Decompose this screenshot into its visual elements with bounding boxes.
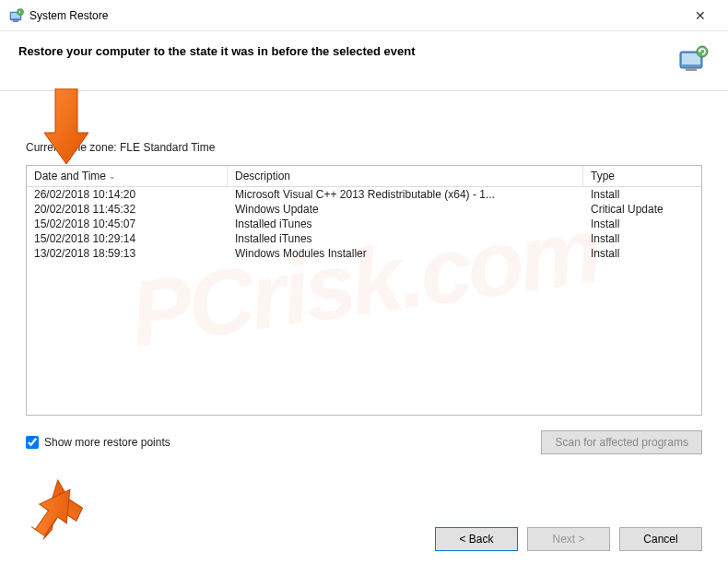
cell-date: 20/02/2018 11:45:32: [27, 202, 228, 217]
restore-header-icon: [676, 44, 710, 74]
system-restore-icon: [9, 8, 24, 23]
show-more-checkbox[interactable]: Show more restore points: [26, 436, 170, 449]
cell-desc: Installed iTunes: [228, 231, 583, 246]
arrow-annotation-bottom: [28, 459, 101, 542]
cell-type: Install: [583, 246, 699, 261]
column-header-type[interactable]: Type: [583, 166, 699, 186]
window-title: System Restore: [29, 9, 682, 22]
back-button[interactable]: < Back: [435, 527, 518, 551]
cell-date: 15/02/2018 10:29:14: [27, 231, 228, 246]
cell-desc: Microsoft Visual C++ 2013 Redistributabl…: [228, 187, 583, 202]
column-date-label: Date and Time: [34, 170, 106, 182]
titlebar: System Restore ✕: [0, 0, 728, 31]
column-header-date[interactable]: Date and Time ⌄: [27, 166, 228, 186]
column-header-description[interactable]: Description: [228, 166, 583, 186]
table-row[interactable]: 15/02/2018 10:29:14Installed iTunesInsta…: [27, 231, 701, 246]
table-body: 26/02/2018 10:14:20Microsoft Visual C++ …: [27, 187, 701, 261]
cell-desc: Windows Update: [228, 202, 583, 217]
show-more-label: Show more restore points: [44, 436, 170, 449]
table-row[interactable]: 15/02/2018 10:45:07Installed iTunesInsta…: [27, 217, 701, 231]
header: Restore your computer to the state it wa…: [0, 31, 728, 83]
cancel-button[interactable]: Cancel: [619, 527, 702, 551]
cell-date: 13/02/2018 18:59:13: [27, 246, 228, 261]
svg-rect-6: [686, 68, 697, 71]
cell-desc: Installed iTunes: [228, 217, 583, 231]
cell-type: Install: [583, 187, 699, 202]
timezone-label: Current time zone: FLE Standard Time: [26, 141, 702, 154]
cell-date: 26/02/2018 10:14:20: [27, 187, 228, 202]
table-row[interactable]: 26/02/2018 10:14:20Microsoft Visual C++ …: [27, 187, 701, 202]
column-type-label: Type: [591, 170, 615, 182]
cell-type: Install: [583, 217, 699, 231]
sort-desc-icon: ⌄: [109, 171, 116, 181]
restore-points-table: Date and Time ⌄ Description Type 26/02/2…: [26, 165, 702, 416]
header-instruction: Restore your computer to the state it wa…: [18, 44, 416, 58]
column-desc-label: Description: [235, 170, 290, 182]
table-row[interactable]: 20/02/2018 11:45:32Windows UpdateCritica…: [27, 202, 701, 217]
show-more-checkbox-input[interactable]: [26, 436, 39, 449]
close-button[interactable]: ✕: [682, 6, 719, 25]
cell-type: Install: [583, 231, 699, 246]
cell-desc: Windows Modules Installer: [228, 246, 583, 261]
next-button[interactable]: Next >: [527, 527, 610, 551]
cell-date: 15/02/2018 10:45:07: [27, 217, 228, 231]
svg-point-7: [697, 46, 708, 57]
scan-affected-button[interactable]: Scan for affected programs: [541, 430, 702, 454]
table-row[interactable]: 13/02/2018 18:59:13Windows Modules Insta…: [27, 246, 701, 261]
cell-type: Critical Update: [583, 202, 699, 217]
svg-rect-2: [13, 20, 18, 22]
wizard-buttons: < Back Next > Cancel: [435, 527, 702, 551]
table-header: Date and Time ⌄ Description Type: [27, 166, 701, 187]
